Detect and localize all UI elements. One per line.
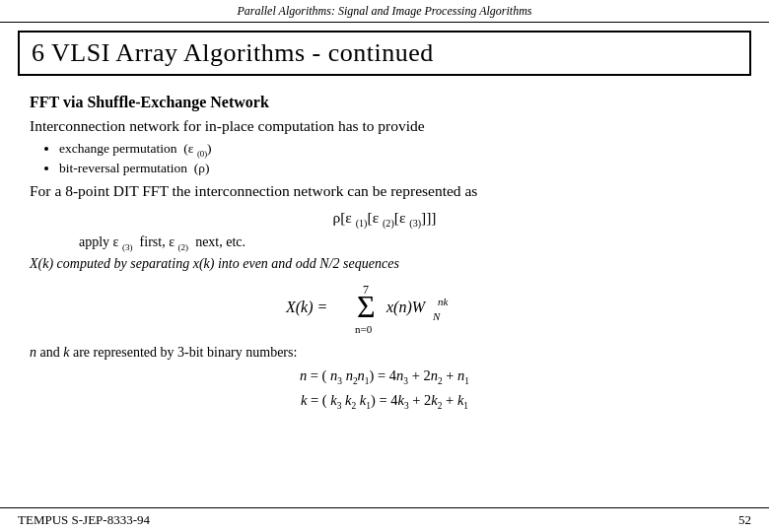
summation-formula: X(k) = Σ 7 n=0 x(n)W N nk bbox=[276, 278, 493, 337]
top-header: Parallel Algorithms: Signal and Image Pr… bbox=[0, 0, 769, 23]
eq2: k = ( k3 k2 k1) = 4k3 + 2k2 + k1 bbox=[30, 389, 739, 414]
svg-text:n=0: n=0 bbox=[355, 323, 373, 335]
bullet-item-1: exchange permutation (ε (0)) bbox=[59, 141, 739, 159]
svg-text:x(n)W: x(n)W bbox=[385, 299, 427, 316]
math-formula-block: X(k) = Σ 7 n=0 x(n)W N nk bbox=[30, 278, 739, 341]
italic-line: X(k) computed by separating x(k) into ev… bbox=[30, 256, 739, 272]
bullet-list: exchange permutation (ε (0)) bit-reversa… bbox=[59, 141, 739, 177]
title-box: 6 VLSI Array Algorithms - continued bbox=[18, 31, 751, 76]
bullet-item-2: bit-reversal permutation (ρ) bbox=[59, 161, 739, 176]
apply-line: apply ε (3) first, ε (2) next, etc. bbox=[79, 234, 739, 252]
svg-text:7: 7 bbox=[363, 283, 369, 297]
eq1: n = ( n3 n2n1) = 4n3 + 2n2 + n1 bbox=[30, 365, 739, 389]
main-content: FFT via Shuffle-Exchange Network Interco… bbox=[0, 76, 769, 414]
page-title: 6 VLSI Array Algorithms - continued bbox=[32, 38, 434, 67]
page-container: Parallel Algorithms: Signal and Image Pr… bbox=[0, 0, 769, 532]
paragraph2: For a 8-point DIT FFT the interconnectio… bbox=[30, 180, 739, 202]
equations-block: n = ( n3 n2n1) = 4n3 + 2n2 + n1 k = ( k3… bbox=[30, 365, 739, 414]
footer-right: 52 bbox=[738, 512, 751, 528]
display-formula: ρ[ε (1)[ε (2)[ε (3)]]] bbox=[30, 206, 739, 231]
paragraph1: Interconnection network for in-place com… bbox=[30, 115, 739, 137]
svg-text:nk: nk bbox=[438, 296, 450, 307]
header-text: Parallel Algorithms: Signal and Image Pr… bbox=[237, 4, 531, 18]
section-heading: FFT via Shuffle-Exchange Network bbox=[30, 94, 739, 111]
svg-text:N: N bbox=[432, 310, 441, 322]
n-and-k-label: n and k are represented by 3-bit binary … bbox=[30, 345, 739, 361]
footer-left: TEMPUS S-JEP-8333-94 bbox=[18, 512, 150, 528]
svg-text:X(k) =: X(k) = bbox=[285, 299, 327, 316]
footer: TEMPUS S-JEP-8333-94 52 bbox=[0, 507, 769, 532]
